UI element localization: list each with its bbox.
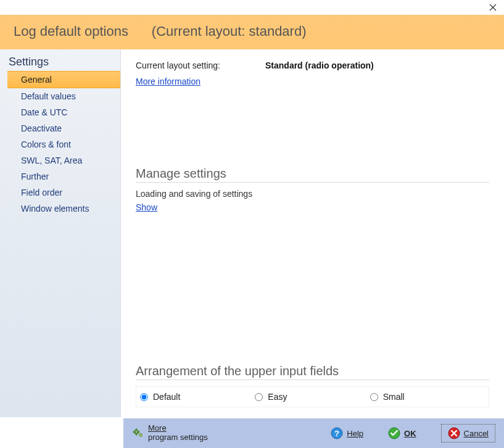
radio-easy-input[interactable] bbox=[255, 393, 263, 401]
radio-easy[interactable]: Easy bbox=[255, 392, 370, 402]
svg-rect-5 bbox=[136, 434, 137, 436]
cancel-button[interactable]: Cancel bbox=[441, 424, 495, 442]
help-button[interactable]: ? Help bbox=[331, 427, 363, 439]
dialog-header: Log default options (Current layout: sta… bbox=[0, 15, 504, 49]
sidebar-item-label: Deactivate bbox=[21, 123, 62, 133]
radio-default-input[interactable] bbox=[140, 393, 148, 401]
cancel-x-icon bbox=[448, 427, 460, 439]
radio-label: Small bbox=[383, 392, 405, 402]
sidebar-item-further[interactable]: Further bbox=[0, 168, 120, 185]
dialog-title: Log default options bbox=[14, 23, 128, 39]
current-layout-label: Current layout setting: bbox=[136, 60, 265, 70]
sidebar-item-label: Default values bbox=[21, 91, 76, 101]
more-label-line2: program settings bbox=[148, 433, 208, 442]
sidebar-heading: Settings bbox=[0, 53, 120, 71]
ok-label: OK bbox=[404, 429, 416, 438]
sidebar-item-label: Further bbox=[21, 172, 49, 181]
sidebar-item-general[interactable]: General bbox=[7, 71, 120, 88]
content-pane: Current layout setting: Standard (radio … bbox=[121, 49, 504, 417]
close-icon bbox=[489, 4, 497, 11]
svg-rect-7 bbox=[139, 431, 140, 433]
sidebar-item-date-utc[interactable]: Date & UTC bbox=[0, 104, 120, 120]
sidebar-item-label: Date & UTC bbox=[21, 107, 67, 117]
sidebar-item-colors-font[interactable]: Colors & font bbox=[0, 136, 120, 152]
dialog-subtitle: (Current layout: standard) bbox=[152, 23, 307, 39]
cancel-label: Cancel bbox=[464, 429, 489, 438]
sidebar-item-default-values[interactable]: Default values bbox=[0, 88, 120, 104]
ok-check-icon bbox=[388, 427, 400, 439]
radio-label: Default bbox=[153, 392, 180, 402]
radio-default[interactable]: Default bbox=[140, 392, 255, 402]
arrangement-radio-group: Default Easy Small bbox=[136, 386, 489, 407]
settings-sidebar: Settings General Default values Date & U… bbox=[0, 49, 121, 417]
more-label-line1: More bbox=[148, 423, 167, 433]
sidebar-item-field-order[interactable]: Field order bbox=[0, 185, 120, 201]
manage-settings-desc: Loading and saving of settings bbox=[136, 189, 489, 199]
manage-settings-heading: Manage settings bbox=[136, 167, 489, 183]
arrangement-heading: Arrangement of the upper input fields bbox=[136, 364, 489, 380]
dialog-footer: More program settings ? Help OK bbox=[123, 418, 504, 448]
titlebar bbox=[0, 0, 504, 15]
radio-small-input[interactable] bbox=[370, 393, 378, 401]
current-layout-value: Standard (radio operation) bbox=[265, 60, 374, 70]
svg-rect-4 bbox=[136, 428, 137, 429]
sidebar-item-label: Field order bbox=[21, 188, 62, 197]
more-program-settings-button[interactable]: More program settings bbox=[132, 424, 208, 442]
sidebar-item-swl-sat-area[interactable]: SWL, SAT, Area bbox=[0, 152, 120, 168]
gears-icon bbox=[132, 427, 144, 439]
svg-point-9 bbox=[140, 434, 141, 436]
more-information-link[interactable]: More information bbox=[136, 77, 200, 86]
ok-button[interactable]: OK bbox=[388, 427, 416, 439]
sidebar-item-label: Window elements bbox=[21, 204, 89, 214]
show-link[interactable]: Show bbox=[136, 202, 157, 212]
sidebar-item-window-elements[interactable]: Window elements bbox=[0, 201, 120, 217]
svg-text:?: ? bbox=[334, 429, 339, 438]
radio-label: Easy bbox=[268, 392, 287, 402]
close-button[interactable] bbox=[485, 2, 500, 13]
sidebar-item-label: General bbox=[21, 75, 52, 85]
radio-small[interactable]: Small bbox=[370, 392, 485, 402]
svg-rect-6 bbox=[133, 431, 134, 433]
sidebar-item-deactivate[interactable]: Deactivate bbox=[0, 120, 120, 136]
help-label: Help bbox=[347, 429, 363, 438]
help-icon: ? bbox=[331, 427, 343, 439]
svg-point-3 bbox=[136, 431, 138, 433]
sidebar-item-label: SWL, SAT, Area bbox=[21, 156, 82, 165]
sidebar-item-label: Colors & font bbox=[21, 139, 71, 149]
